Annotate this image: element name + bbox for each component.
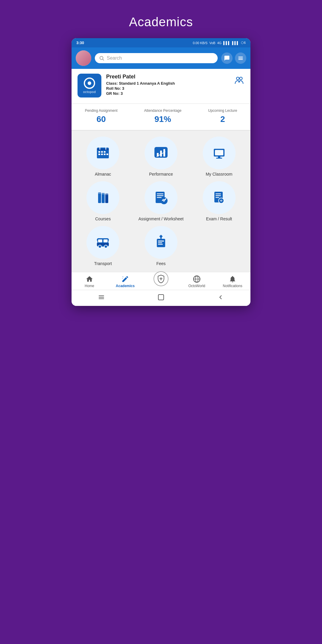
- home-button[interactable]: [157, 294, 165, 302]
- hamburger-button[interactable]: [98, 294, 105, 302]
- stat-upcoming-value: 2: [208, 114, 237, 124]
- fees-label: Fees: [156, 261, 165, 266]
- grid-item-courses[interactable]: Courses: [76, 181, 130, 221]
- profile-info: Preeti Patel Class: Standard 1 Annanya A…: [106, 74, 229, 96]
- grid-item-assignment-worksheet[interactable]: Assignment / Worksheet: [134, 181, 188, 221]
- svg-rect-53: [102, 239, 104, 239]
- grid-row-2: Courses Assignment / Worksheet: [76, 181, 246, 221]
- status-battery: ⬡6: [241, 41, 246, 45]
- avatar[interactable]: [76, 50, 91, 66]
- assignment-icon-circle: [145, 181, 177, 214]
- svg-rect-55: [108, 241, 109, 243]
- svg-rect-31: [102, 193, 105, 203]
- assignment-worksheet-label: Assignment / Worksheet: [138, 216, 183, 221]
- svg-rect-67: [99, 297, 104, 298]
- svg-line-1: [103, 59, 104, 60]
- svg-rect-15: [104, 154, 106, 155]
- stat-pending-value: 60: [85, 114, 117, 124]
- assignment-icon: [153, 189, 169, 206]
- stat-pending-label: Pending Assignment: [85, 109, 117, 113]
- search-bar[interactable]: Search: [95, 53, 218, 63]
- performance-icon-circle: [145, 137, 177, 169]
- grid-item-fees[interactable]: Fees: [134, 226, 188, 266]
- svg-rect-66: [99, 295, 104, 296]
- svg-rect-13: [98, 154, 100, 155]
- svg-point-52: [104, 245, 107, 248]
- svg-rect-57: [158, 241, 164, 242]
- svg-rect-4: [239, 59, 243, 60]
- header: Search: [72, 47, 250, 69]
- almanac-icon-circle: [86, 137, 119, 169]
- octoworld-icon: [193, 275, 201, 283]
- profile-name: Preeti Patel: [106, 74, 229, 80]
- svg-rect-28: [216, 152, 221, 152]
- svg-rect-2: [239, 57, 243, 57]
- transport-label: Transport: [94, 261, 112, 266]
- svg-rect-44: [216, 197, 219, 198]
- profile-class: Class: Standard 1 Annanya A English: [106, 81, 229, 86]
- svg-rect-35: [105, 193, 108, 195]
- svg-rect-9: [97, 149, 109, 150]
- svg-rect-42: [216, 193, 221, 194]
- status-network: 0.00 KB/S: [193, 41, 208, 45]
- fees-icon: [153, 234, 169, 251]
- svg-rect-11: [101, 151, 103, 153]
- academics-icon: [121, 275, 129, 283]
- status-signal2: ▌▌▌: [232, 41, 239, 45]
- chat-button[interactable]: [221, 52, 233, 64]
- svg-rect-69: [158, 295, 164, 300]
- svg-point-5: [236, 77, 239, 80]
- nav-home[interactable]: Home: [72, 275, 107, 288]
- svg-rect-10: [98, 151, 100, 153]
- phone-frame: 3:30 0.00 KB/S VoB 4G ▌▌▌ ▌▌▌ ⬡6 Search: [72, 38, 250, 306]
- search-placeholder: Search: [107, 55, 122, 61]
- stat-upcoming-label: Upcoming Lecture: [208, 109, 237, 113]
- svg-rect-33: [98, 192, 101, 194]
- performance-label: Performance: [149, 172, 173, 177]
- svg-point-6: [240, 77, 242, 80]
- exam-icon-circle: [203, 181, 236, 214]
- svg-rect-59: [158, 244, 163, 245]
- plus-shield-icon: [157, 274, 165, 283]
- stat-attendance[interactable]: Attendance Percentage 91%: [144, 109, 181, 124]
- exam-result-label: Exam / Result: [206, 216, 232, 221]
- profile-card: octopod Preeti Patel Class: Standard 1 A…: [72, 69, 250, 104]
- nav-home-label: Home: [85, 284, 94, 288]
- menu-button[interactable]: [235, 52, 246, 64]
- svg-rect-34: [102, 193, 105, 194]
- stat-pending-assignment[interactable]: Pending Assignment 60: [85, 109, 117, 124]
- nav-octoworld-center[interactable]: [143, 277, 179, 286]
- grid-item-my-classroom[interactable]: My Classroom: [192, 137, 246, 177]
- svg-rect-29: [216, 153, 222, 154]
- stat-upcoming-lecture[interactable]: Upcoming Lecture 2: [208, 109, 237, 124]
- nav-academics[interactable]: Academics: [107, 275, 143, 288]
- status-time: 3:30: [76, 41, 84, 45]
- home-icon: [86, 275, 93, 283]
- grid-item-transport[interactable]: Transport: [76, 226, 130, 266]
- nav-octoworld[interactable]: OctoWorld: [179, 275, 215, 288]
- svg-rect-16: [106, 154, 108, 155]
- status-voip: VoB: [209, 41, 215, 45]
- courses-label: Courses: [95, 216, 111, 221]
- transport-icon: [95, 234, 111, 251]
- svg-point-51: [98, 245, 101, 248]
- grid-item-performance[interactable]: Performance: [134, 137, 188, 177]
- grid-item-almanac[interactable]: Almanac: [76, 137, 130, 177]
- back-button[interactable]: [217, 294, 224, 302]
- almanac-label: Almanac: [95, 172, 111, 177]
- status-4g: 4G: [217, 41, 222, 45]
- svg-point-0: [100, 56, 103, 60]
- nav-notifications[interactable]: Notifications: [215, 275, 250, 288]
- grid-item-exam-result[interactable]: Exam / Result: [192, 181, 246, 221]
- profile-roll: Roll No: 3: [106, 86, 229, 91]
- svg-rect-26: [216, 158, 222, 159]
- transport-icon-circle: [86, 226, 119, 259]
- my-classroom-label: My Classroom: [206, 172, 232, 177]
- profile-gr: GR No: 3: [106, 91, 229, 96]
- bottom-nav: Home Academics OctoW: [72, 272, 250, 290]
- my-classroom-icon: [211, 145, 227, 161]
- svg-rect-39: [157, 197, 162, 198]
- stat-attendance-label: Attendance Percentage: [144, 109, 181, 113]
- svg-rect-49: [103, 239, 108, 242]
- group-icon: [234, 75, 244, 88]
